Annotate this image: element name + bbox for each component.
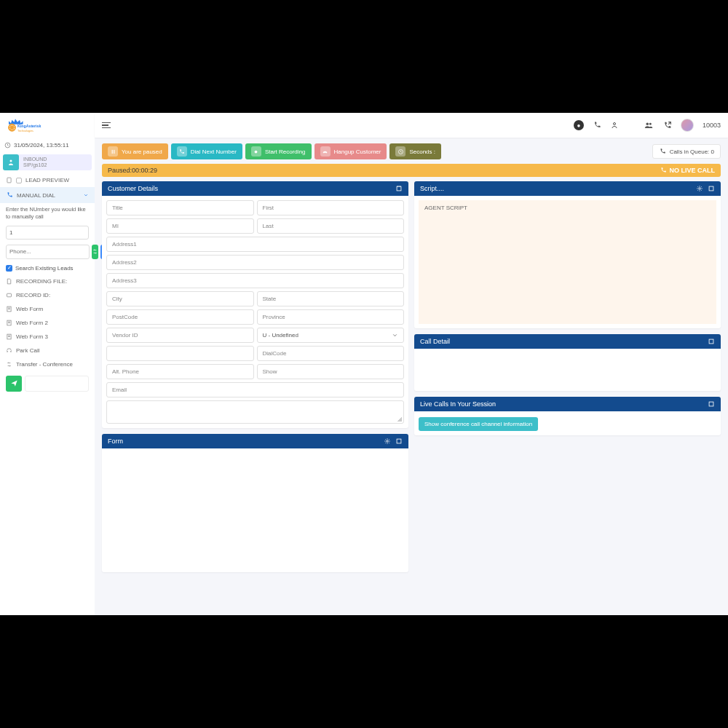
svg-rect-13 (111, 149, 112, 153)
send-field[interactable] (25, 376, 89, 392)
group-icon[interactable] (644, 120, 654, 130)
main: ● 10003 You are paused (95, 113, 728, 615)
title-field[interactable]: Title (106, 200, 254, 215)
user-icon[interactable] (610, 121, 619, 130)
seconds-button[interactable]: Seconds : (389, 143, 441, 159)
expand-icon[interactable] (708, 400, 715, 408)
sidebar-webform3[interactable]: Web Form 3 (0, 330, 95, 344)
province-field[interactable]: Province (257, 309, 405, 325)
action-row: You are paused Dial Next Number Start Re… (102, 143, 721, 159)
last-field[interactable]: Last (257, 218, 405, 234)
manual-dial-value[interactable]: 1 (6, 226, 89, 240)
sidebar-transfer[interactable]: Transfer - Conference (0, 357, 95, 371)
form-icon (6, 333, 12, 340)
panel-title: Call Detail (420, 338, 450, 345)
file-icon (6, 278, 12, 285)
sidebar-lead-preview[interactable]: LEAD PREVIEW (0, 173, 95, 187)
datetime-row: 31/05/2024, 13:55:11 (0, 139, 95, 151)
id-icon (6, 292, 12, 298)
script-panel: Script.... AGENT SCRIPT (414, 181, 721, 328)
phone-input[interactable] (6, 245, 90, 259)
city-field[interactable]: City (106, 291, 254, 306)
chevron-down-icon (392, 332, 398, 339)
address1-field[interactable]: Address1 (106, 237, 404, 252)
logo: KingAsterisk Technologies (0, 113, 95, 139)
customer-form: Title First MI Last Address1 Address2 Ad… (106, 200, 404, 424)
status-right: NO LIVE CALL (660, 167, 716, 174)
altphone-field[interactable]: Alt. Phone (106, 364, 254, 379)
svg-point-18 (387, 440, 389, 443)
vendor-field[interactable]: Vendor ID (106, 328, 254, 343)
svg-rect-14 (114, 149, 114, 153)
headset-icon (6, 347, 12, 354)
mi-field[interactable]: MI (106, 218, 254, 234)
panel-title: Live Calls In Your Session (420, 400, 496, 408)
manual-dial-note: Enter the NUmber you would like to manua… (0, 203, 95, 223)
sidebar-park-call[interactable]: Park Call (0, 344, 95, 357)
svg-text:KingAsterisk: KingAsterisk (17, 124, 41, 128)
menu-toggle[interactable] (102, 122, 111, 129)
panel-title: Form (108, 438, 123, 445)
inbound-box[interactable]: INBOUND SIP/gs102 (3, 154, 92, 170)
notes-textarea[interactable] (106, 400, 404, 424)
script-content: AGENT SCRIPT (419, 200, 716, 324)
expand-icon[interactable] (708, 338, 715, 345)
svg-text:Technologies: Technologies (17, 130, 33, 132)
hangup-icon (322, 149, 328, 155)
send-button[interactable] (6, 376, 22, 392)
sidebar-manual-dial[interactable]: MANUAL DIAL (0, 187, 95, 203)
svg-rect-19 (397, 439, 401, 443)
sidebar-recording-file[interactable]: RECORDING FILE: (0, 274, 95, 288)
sidebar-webform2[interactable]: Web Form 2 (0, 316, 95, 330)
gear-icon[interactable] (384, 438, 391, 445)
expand-icon[interactable] (395, 438, 403, 445)
state-field[interactable]: State (257, 291, 405, 306)
phone-icon[interactable] (593, 121, 601, 130)
chevron-down-icon (83, 192, 89, 198)
blank-field[interactable] (106, 346, 254, 361)
form-icon (6, 320, 12, 326)
address2-field[interactable]: Address2 (106, 255, 404, 270)
status-left: Paused:00:00:29 (108, 167, 157, 174)
postcode-field[interactable]: PostCode (106, 309, 254, 325)
dial-next-button[interactable]: Dial Next Number (171, 143, 242, 159)
start-recording-button[interactable]: Start Recording (245, 143, 312, 159)
logo-svg: KingAsterisk Technologies (4, 117, 48, 135)
topbar: ● 10003 (95, 113, 728, 138)
doc-icon (6, 177, 12, 183)
avatar[interactable] (681, 119, 694, 132)
svg-rect-5 (7, 178, 11, 183)
svg-rect-6 (7, 293, 12, 297)
send-row (6, 376, 89, 392)
first-field[interactable]: First (257, 200, 405, 215)
call-out-icon[interactable] (662, 121, 672, 130)
sidebar-webform[interactable]: Web Form (0, 302, 95, 316)
gear-icon[interactable] (696, 185, 703, 192)
email-field[interactable]: Email (106, 382, 404, 397)
panel-title: Script.... (420, 185, 444, 192)
clock-icon (4, 142, 11, 149)
search-leads-row[interactable]: ✓ Search Existing Leads (0, 262, 95, 274)
svg-point-4 (10, 160, 12, 162)
show-field[interactable]: Show (257, 364, 405, 379)
checkbox-checked[interactable]: ✓ (6, 265, 12, 272)
expand-icon[interactable] (395, 185, 403, 192)
gender-select[interactable]: U - Undefined (257, 328, 405, 343)
checkbox-empty[interactable] (16, 178, 22, 183)
inbound-title: INBOUND (23, 157, 47, 162)
status-dot-icon[interactable]: ● (574, 120, 584, 130)
show-conference-button[interactable]: Show conference call channel information (419, 417, 538, 431)
call-detail-panel: Call Detail (414, 334, 721, 391)
dialcode-field[interactable]: DialCode (257, 346, 405, 361)
paused-button[interactable]: You are paused (102, 143, 168, 159)
customer-details-panel: Customer Details Title First (102, 181, 408, 428)
svg-rect-23 (709, 402, 713, 406)
hangup-button[interactable]: Hangup Customer (314, 143, 387, 159)
pause-icon (110, 149, 116, 155)
address3-field[interactable]: Address3 (106, 273, 404, 288)
sidebar: KingAsterisk Technologies 31/05/2024, 13… (0, 113, 95, 615)
expand-icon[interactable] (708, 185, 715, 192)
sidebar-record-id[interactable]: RECORD ID: (0, 288, 95, 302)
columns: Customer Details Title First (102, 181, 721, 572)
send-icon (10, 379, 18, 387)
